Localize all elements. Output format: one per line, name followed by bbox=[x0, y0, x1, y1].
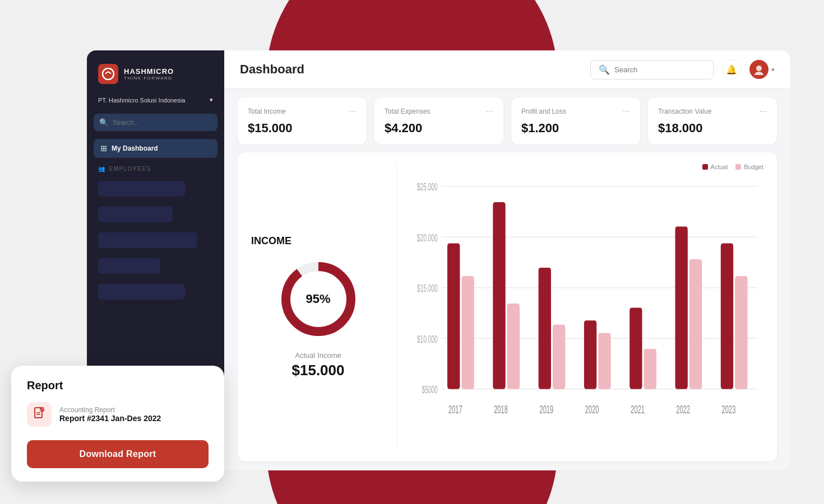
svg-rect-22 bbox=[584, 320, 596, 389]
section-label: EMPLOYEES bbox=[109, 166, 151, 172]
svg-rect-19 bbox=[507, 304, 520, 389]
svg-rect-20 bbox=[539, 268, 551, 389]
sidebar-skeleton-4 bbox=[98, 258, 160, 274]
chevron-down-icon: ▾ bbox=[210, 96, 213, 104]
svg-text:2017: 2017 bbox=[448, 403, 462, 416]
svg-rect-18 bbox=[493, 202, 505, 389]
svg-rect-24 bbox=[629, 308, 642, 389]
report-card-title: Report bbox=[27, 379, 209, 392]
sidebar-skeleton-5 bbox=[98, 284, 185, 300]
legend-budget-dot bbox=[735, 164, 741, 170]
stat-label-expenses: Total Expenses bbox=[385, 108, 430, 115]
actual-income-value: $15.000 bbox=[292, 362, 345, 379]
avatar-chevron-icon: ▾ bbox=[771, 66, 775, 73]
svg-text:$5000: $5000 bbox=[422, 384, 438, 395]
notification-button[interactable]: 🔔 bbox=[721, 59, 742, 80]
svg-rect-17 bbox=[461, 276, 474, 389]
report-item-info: Accounting Report Report #2341 Jan-Des 2… bbox=[59, 406, 161, 423]
report-icon-wrap bbox=[27, 402, 52, 427]
employees-icon: 👥 bbox=[98, 166, 106, 172]
user-avatar-dropdown[interactable]: ▾ bbox=[749, 60, 775, 79]
svg-rect-29 bbox=[735, 276, 747, 389]
stat-value-income: $15.000 bbox=[248, 121, 293, 135]
report-file-icon bbox=[33, 407, 45, 422]
report-item-type: Accounting Report bbox=[59, 406, 161, 414]
svg-rect-23 bbox=[598, 333, 610, 389]
svg-rect-26 bbox=[675, 226, 688, 389]
svg-text:$10.000: $10.000 bbox=[417, 333, 438, 344]
header-search-icon: 🔍 bbox=[599, 64, 610, 75]
avatar bbox=[749, 60, 769, 79]
stat-more-transaction[interactable]: ··· bbox=[760, 106, 767, 116]
logo-tagline: THINK FORWARD bbox=[124, 76, 174, 81]
svg-point-1 bbox=[756, 66, 762, 71]
svg-text:2023: 2023 bbox=[722, 403, 736, 416]
svg-point-2 bbox=[754, 72, 763, 75]
stat-value-profit: $1.200 bbox=[521, 121, 559, 135]
svg-text:2021: 2021 bbox=[631, 403, 645, 416]
bar-chart-svg: $25.000 $20.000 $15.000 $10.000 $5000 bbox=[410, 176, 763, 450]
donut-percent-label: 95% bbox=[305, 292, 330, 306]
stat-total-income: Total Income ··· $15.000 bbox=[238, 97, 367, 144]
stat-value-transaction: $18.000 bbox=[658, 121, 703, 135]
income-section: INCOME 95% Actual Income $15.000 bbox=[238, 152, 777, 461]
header-search[interactable]: 🔍 bbox=[590, 60, 714, 80]
stat-label-transaction: Transaction Value bbox=[658, 108, 711, 115]
stat-label-income: Total Income bbox=[248, 108, 286, 115]
logo-icon bbox=[98, 64, 118, 84]
svg-rect-16 bbox=[447, 244, 460, 389]
legend-actual-label: Actual bbox=[711, 164, 728, 170]
search-icon: 🔍 bbox=[99, 118, 108, 127]
svg-text:2022: 2022 bbox=[676, 403, 690, 416]
sidebar-section-employees: 👥 EMPLOYEES bbox=[94, 166, 217, 172]
dashboard-icon: ⊞ bbox=[100, 144, 107, 153]
bar-chart-area: $25.000 $20.000 $15.000 $10.000 $5000 bbox=[410, 176, 763, 450]
sidebar-logo: HASHMICRO THINK FORWARD bbox=[94, 62, 217, 86]
sidebar-item-label: My Dashboard bbox=[112, 144, 158, 152]
legend-budget: Budget bbox=[735, 164, 763, 170]
svg-text:2020: 2020 bbox=[585, 403, 599, 416]
stat-transaction-value: Transaction Value ··· $18.000 bbox=[648, 97, 777, 144]
svg-text:2019: 2019 bbox=[539, 403, 553, 416]
sidebar-search-input[interactable] bbox=[113, 119, 212, 127]
main-content: Dashboard 🔍 🔔 ▾ bbox=[224, 50, 790, 470]
donut-chart: 95% bbox=[276, 257, 360, 341]
stat-more-profit[interactable]: ··· bbox=[623, 106, 630, 116]
sidebar-skeleton-1 bbox=[98, 181, 185, 197]
stat-label-profit: Profit and Loss bbox=[521, 108, 566, 115]
legend-budget-label: Budget bbox=[744, 164, 763, 170]
income-left: INCOME 95% Actual Income $15.000 bbox=[251, 164, 397, 450]
income-title: INCOME bbox=[251, 235, 291, 247]
sidebar-search[interactable]: 🔍 bbox=[94, 114, 217, 131]
stats-row: Total Income ··· $15.000 Total Expenses … bbox=[224, 88, 790, 144]
logo-brand: HASHMICRO bbox=[124, 67, 174, 76]
dashboard-header: Dashboard 🔍 🔔 ▾ bbox=[224, 50, 790, 88]
stat-value-expenses: $4.200 bbox=[385, 121, 422, 135]
report-item: Accounting Report Report #2341 Jan-Des 2… bbox=[27, 402, 209, 427]
sidebar-item-dashboard[interactable]: ⊞ My Dashboard bbox=[94, 139, 217, 158]
stat-more-income[interactable]: ··· bbox=[349, 106, 357, 116]
sidebar-skeleton-2 bbox=[98, 207, 173, 222]
legend-actual-dot bbox=[702, 164, 708, 170]
actual-income-label: Actual Income bbox=[295, 351, 341, 360]
svg-rect-27 bbox=[689, 259, 702, 389]
legend-actual: Actual bbox=[702, 164, 728, 170]
svg-text:$15.000: $15.000 bbox=[417, 282, 438, 294]
income-right: Actual Budget $25.000 bbox=[397, 164, 763, 450]
report-item-name: Report #2341 Jan-Des 2022 bbox=[59, 414, 161, 423]
company-name: PT. Hashmicro Solusi Indonesia bbox=[98, 97, 185, 104]
svg-rect-21 bbox=[553, 325, 565, 389]
header-search-input[interactable] bbox=[614, 66, 705, 74]
svg-rect-25 bbox=[644, 349, 656, 389]
download-report-button[interactable]: Download Report bbox=[27, 440, 209, 468]
stat-total-expenses: Total Expenses ··· $4.200 bbox=[374, 97, 503, 144]
svg-text:$20.000: $20.000 bbox=[417, 231, 438, 243]
chart-legend: Actual Budget bbox=[410, 164, 763, 170]
stat-more-expenses[interactable]: ··· bbox=[486, 106, 493, 116]
company-selector[interactable]: PT. Hashmicro Solusi Indonesia ▾ bbox=[94, 94, 217, 106]
svg-text:$25.000: $25.000 bbox=[417, 181, 438, 193]
report-card: Report Accounting Report Report #2341 Ja… bbox=[11, 366, 224, 482]
svg-text:2018: 2018 bbox=[494, 403, 508, 416]
header-right: 🔍 🔔 ▾ bbox=[590, 59, 775, 80]
stat-profit-loss: Profit and Loss ··· $1.200 bbox=[511, 97, 640, 144]
